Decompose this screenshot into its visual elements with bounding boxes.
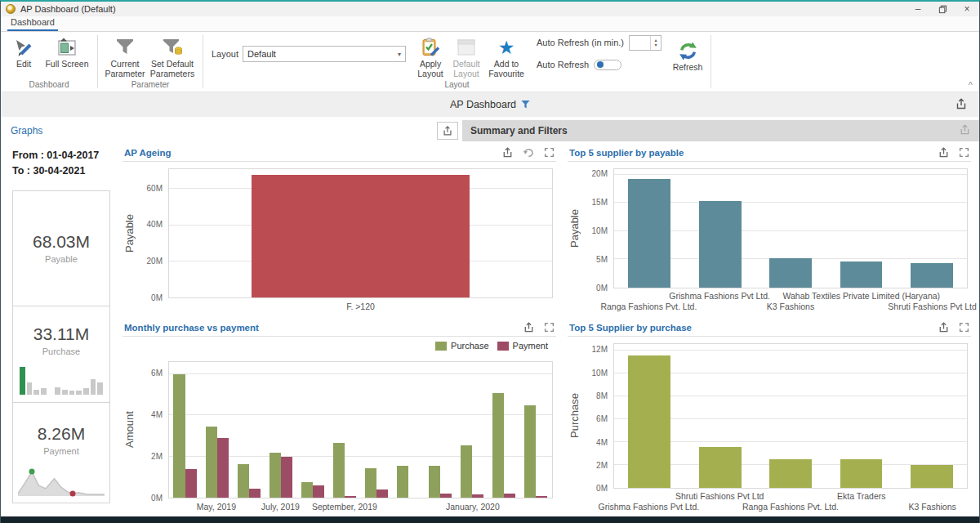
bar-payment[interactable] bbox=[281, 457, 292, 498]
bar-purchase[interactable] bbox=[365, 468, 376, 498]
purchase-summary-card[interactable]: 33.11M Purchase bbox=[12, 306, 110, 403]
bar-payment[interactable] bbox=[217, 438, 229, 498]
tab-dashboard[interactable]: Dashboard bbox=[7, 16, 58, 31]
bar[interactable] bbox=[911, 263, 953, 288]
red-dot bbox=[69, 491, 75, 497]
bar-payment[interactable] bbox=[249, 489, 261, 498]
bar-purchase[interactable] bbox=[301, 482, 313, 498]
mini-bar bbox=[97, 382, 103, 394]
bar[interactable] bbox=[840, 459, 883, 488]
default-layout-button[interactable]: Default Layout bbox=[448, 34, 484, 78]
bar-purchase[interactable] bbox=[397, 466, 408, 498]
apply-layout-button[interactable]: Apply Layout bbox=[412, 34, 448, 78]
spinner-arrows-icon[interactable]: ▴▾ bbox=[650, 36, 661, 50]
bar-purchase[interactable] bbox=[461, 445, 472, 498]
bar[interactable] bbox=[769, 258, 812, 288]
export-icon[interactable] bbox=[501, 146, 514, 159]
bar-payment[interactable] bbox=[504, 494, 515, 498]
x-slot: F. >120 bbox=[168, 298, 553, 315]
export-icon[interactable] bbox=[938, 321, 950, 333]
refresh-button[interactable]: Refresh bbox=[670, 38, 706, 72]
mini-bar bbox=[27, 382, 33, 394]
bar-purchase[interactable] bbox=[238, 464, 249, 498]
payment-summary-card[interactable]: 8.26M Payment bbox=[12, 402, 110, 503]
bar-payment[interactable] bbox=[345, 496, 356, 498]
bar[interactable] bbox=[628, 179, 670, 288]
date-to: To : 30-04-2021 bbox=[12, 163, 119, 179]
section-tabs: Graphs Summary and Filters bbox=[1, 120, 979, 141]
x-axis-labels: Ranga Fashions Pvt. Ltd.Grishma Fashions… bbox=[613, 288, 968, 315]
bar-payment[interactable] bbox=[185, 469, 197, 498]
add-to-favourite-button[interactable]: ★ Add to Favourite bbox=[484, 34, 528, 78]
app-icon bbox=[6, 4, 16, 14]
bar[interactable] bbox=[699, 447, 742, 488]
close-button[interactable]: × bbox=[955, 2, 979, 16]
bar-purchase[interactable] bbox=[333, 443, 345, 498]
expand-icon[interactable] bbox=[959, 322, 969, 333]
bar-payment[interactable] bbox=[376, 489, 388, 498]
undo-icon[interactable] bbox=[523, 146, 535, 159]
bar-payment[interactable] bbox=[313, 485, 324, 498]
bar-purchase[interactable] bbox=[492, 393, 504, 498]
app-window: AP Dashboard (Default) – × Dashboard Edi… bbox=[0, 0, 980, 523]
auto-refresh-min-label: Auto Refresh (in min.) bbox=[537, 38, 624, 47]
payable-summary-card[interactable]: 68.03M Payable bbox=[12, 190, 110, 306]
full-screen-button[interactable]: Full Screen bbox=[42, 34, 92, 69]
graphs-export-icon[interactable] bbox=[437, 122, 458, 140]
bar[interactable] bbox=[628, 355, 670, 488]
bar[interactable] bbox=[840, 262, 883, 288]
dashboard-filter-icon[interactable] bbox=[521, 100, 530, 110]
bar-payment[interactable] bbox=[536, 496, 547, 498]
current-parameter-button[interactable]: Current Parameter bbox=[103, 34, 147, 78]
x-slot bbox=[361, 498, 393, 515]
top5-purchase-panel: Top 5 Supplier by purchase Purchase 0M2M… bbox=[564, 316, 979, 516]
tab-summary-and-filters[interactable]: Summary and Filters bbox=[462, 120, 979, 141]
export-icon[interactable] bbox=[523, 321, 535, 333]
edit-label: Edit bbox=[16, 59, 31, 69]
bar-purchase[interactable] bbox=[429, 466, 440, 498]
expand-icon[interactable] bbox=[544, 147, 555, 158]
bar-payment[interactable] bbox=[472, 494, 483, 498]
refresh-icon bbox=[677, 39, 699, 62]
y-tick-label: 0M bbox=[151, 494, 163, 503]
minimize-button[interactable]: – bbox=[906, 2, 930, 16]
tab-graphs[interactable]: Graphs bbox=[1, 120, 462, 141]
collapse-ribbon-chevron-icon[interactable]: ^ bbox=[969, 80, 973, 90]
auto-refresh-toggle[interactable] bbox=[594, 60, 621, 70]
bar[interactable] bbox=[699, 201, 742, 288]
x-slot: Wahab Textiles Private Limited (Haryana) bbox=[826, 288, 897, 315]
auto-refresh-min-input[interactable]: ▴▾ bbox=[629, 35, 662, 51]
expand-icon[interactable] bbox=[959, 147, 969, 158]
bar-purchase[interactable] bbox=[206, 427, 217, 498]
bar-payment[interactable] bbox=[440, 494, 452, 498]
bar[interactable] bbox=[911, 465, 953, 488]
restore-button[interactable] bbox=[930, 2, 955, 16]
group-caption-layout: Layout bbox=[203, 79, 710, 92]
layout-dropdown[interactable]: Default ▾ bbox=[243, 46, 406, 62]
y-tick-label: 12M bbox=[592, 345, 608, 354]
bar[interactable] bbox=[252, 175, 470, 297]
y-tick-label: 20M bbox=[592, 169, 608, 178]
x-slot bbox=[393, 498, 425, 515]
edit-button[interactable]: Edit bbox=[6, 34, 42, 69]
ribbon-tabstrip: Dashboard bbox=[1, 16, 979, 32]
x-tick-label: Shruti Fashions Pvt Ltd bbox=[675, 491, 764, 501]
y-tick-label: 2M bbox=[151, 452, 163, 461]
expand-icon[interactable] bbox=[544, 322, 555, 333]
dashboard-title-band: AP Dashboard bbox=[1, 92, 979, 117]
export-icon[interactable] bbox=[938, 146, 950, 159]
bar[interactable] bbox=[769, 459, 812, 488]
bar-purchase[interactable] bbox=[173, 374, 185, 498]
set-default-parameters-button[interactable]: Set Default Parameters bbox=[147, 34, 198, 78]
auto-refresh-controls: Auto Refresh (in min.) ▴▾ Auto Refresh bbox=[537, 34, 662, 73]
x-slot: Grishma Fashions Pvt Ltd. bbox=[684, 288, 755, 315]
bar-purchase[interactable] bbox=[524, 405, 536, 498]
dashboard-export-icon[interactable] bbox=[955, 97, 968, 113]
plot-area bbox=[613, 168, 968, 288]
y-tick-label: 0M bbox=[151, 293, 163, 302]
mini-bar bbox=[33, 390, 39, 394]
monthly-chart: Amount 0M2M4M6M May, 2019July, 2019Septe… bbox=[122, 355, 556, 515]
bar-purchase[interactable] bbox=[270, 453, 281, 498]
y-tick-label: 4M bbox=[596, 438, 608, 447]
edit-icon bbox=[13, 36, 34, 59]
